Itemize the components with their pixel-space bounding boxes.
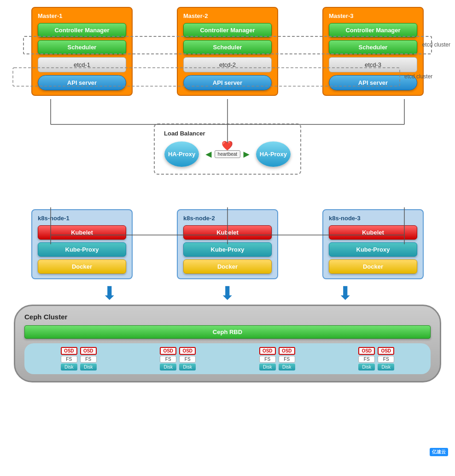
docker-3: Docker [329,259,417,274]
lb-inner: HA-Proxy ❤️ ◄ heartbeat ► HA-Proxy [164,141,291,167]
ceph-cluster-label: Ceph Cluster [24,313,431,321]
docker-2: Docker [183,259,272,274]
osd-item-3a: OSD FS Disk [259,347,276,370]
osd-item-1a: OSD FS Disk [61,347,77,370]
etcd-cluster-label: etcd cluster [422,41,450,48]
down-arrow-3: ⬇ [338,284,353,302]
heart-icon: ❤️ [222,140,233,151]
arrow-left-icon: ◄ [204,148,214,160]
scheduler-3: Scheduler [329,40,417,54]
osd-badge-3b: OSD [279,347,295,355]
docker-1: Docker [38,259,126,274]
disk-badge-2a: Disk [160,364,176,370]
api-server-1: API server [38,75,126,90]
osd-item-3b: OSD FS Disk [279,347,295,370]
scheduler-1: Scheduler [38,40,126,54]
osd-badge-4a: OSD [358,347,375,355]
node-1-box: k8s-node-1 Kubelet Kube-Proxy Docker [31,209,133,279]
node-2-label: k8s-node-2 [183,215,272,222]
down-arrow-2: ⬇ [220,284,235,302]
osd-row: OSD FS Disk OSD FS Disk OSD FS D [24,343,431,374]
osd-item-2a: OSD FS Disk [160,347,176,370]
fs-badge-1b: FS [80,356,97,363]
fs-badge-3a: FS [259,356,276,363]
lb-label: Load Balancer [164,130,291,137]
osd-group-3: OSD FS Disk OSD FS Disk [259,347,295,370]
osd-badge-3a: OSD [259,347,276,355]
ceph-rbd: Ceph RBD [24,325,431,339]
disk-badge-3b: Disk [279,364,295,370]
osd-item-1b: OSD FS Disk [80,347,97,370]
fs-badge-2b: FS [179,356,196,363]
master-1-box: Master-1 Controller Manager Scheduler et… [31,7,133,96]
controller-manager-2: Controller Manager [183,23,272,37]
osd-item-4b: OSD FS Disk [378,347,394,370]
kubelet-3: Kubelet [329,225,417,240]
osd-badge-2a: OSD [160,347,176,355]
osd-group-2: OSD FS Disk OSD FS Disk [160,347,196,370]
kubelet-1: Kubelet [38,225,126,240]
controller-manager-1: Controller Manager [38,23,126,37]
api-server-3: API server [329,75,417,90]
osd-badge-1a: OSD [61,347,77,355]
disk-badge-4a: Disk [358,364,375,370]
osd-group-1: OSD FS Disk OSD FS Disk [61,347,97,370]
node-2-box: k8s-node-2 Kubelet Kube-Proxy Docker [177,209,278,279]
fs-badge-4a: FS [358,356,375,363]
api-server-2: API server [183,75,272,90]
down-arrow-1: ⬇ [102,284,117,302]
master-3-label: Master-3 [329,12,417,19]
master-2-box: Master-2 Controller Manager Scheduler et… [177,7,278,96]
ha-proxy-1: HA-Proxy [164,141,199,167]
ha-proxy-2: HA-Proxy [256,141,291,167]
disk-badge-1b: Disk [80,364,97,370]
kubeproxy-1: Kube-Proxy [38,242,126,257]
osd-badge-2b: OSD [179,347,196,355]
osd-item-2b: OSD FS Disk [179,347,196,370]
fs-badge-1a: FS [61,356,77,363]
masters-row: Master-1 Controller Manager Scheduler et… [9,7,446,96]
ceph-section: Ceph Cluster Ceph RBD OSD FS Disk OSD FS… [14,305,441,382]
node-3-label: k8s-node-3 [329,215,417,222]
fs-badge-3b: FS [279,356,295,363]
spacer-masters-lb [9,96,446,123]
fs-badge-2a: FS [160,356,176,363]
disk-badge-2b: Disk [179,364,196,370]
kubeproxy-3: Kube-Proxy [329,242,417,257]
watermark: 亿速云 [430,448,448,456]
kubeproxy-2: Kube-Proxy [183,242,272,257]
master-2-label: Master-2 [183,12,272,19]
etcd-3: etcd-3 [329,57,417,72]
kubelet-2: Kubelet [183,225,272,240]
arrow-right-icon: ► [241,148,251,160]
spacer-lb-nodes [9,179,446,209]
watermark-logo: 亿速云 [430,448,448,456]
osd-item-4a: OSD FS Disk [358,347,375,370]
disk-badge-3a: Disk [259,364,276,370]
osd-group-4: OSD FS Disk OSD FS Disk [358,347,394,370]
ceph-cluster-box: Ceph Cluster Ceph RBD OSD FS Disk OSD FS… [14,305,441,382]
disk-badge-1a: Disk [61,364,77,370]
etcd-2: etcd-2 [183,57,272,72]
lb-box: Load Balancer HA-Proxy ❤️ ◄ heartbeat ► … [154,123,301,175]
heartbeat-area: ❤️ ◄ heartbeat ► [204,148,251,160]
loadbalancer-section: Load Balancer HA-Proxy ❤️ ◄ heartbeat ► … [9,123,446,175]
heartbeat-label: heartbeat [215,150,240,158]
node-1-label: k8s-node-1 [38,215,126,222]
disk-badge-4b: Disk [378,364,394,370]
fs-badge-4b: FS [378,356,394,363]
node-3-box: k8s-node-3 Kubelet Kube-Proxy Docker [322,209,424,279]
osd-badge-4b: OSD [378,347,394,355]
master-1-label: Master-1 [38,12,126,19]
osd-badge-1b: OSD [80,347,97,355]
controller-manager-3: Controller Manager [329,23,417,37]
scheduler-2: Scheduler [183,40,272,54]
nodes-to-ceph-arrows: ⬇ ⬇ ⬇ [9,284,446,302]
etcd-1: etcd-1 [38,57,126,72]
nodes-row: k8s-node-1 Kubelet Kube-Proxy Docker k8s… [9,209,446,279]
master-3-box: Master-3 Controller Manager Scheduler et… [322,7,424,96]
